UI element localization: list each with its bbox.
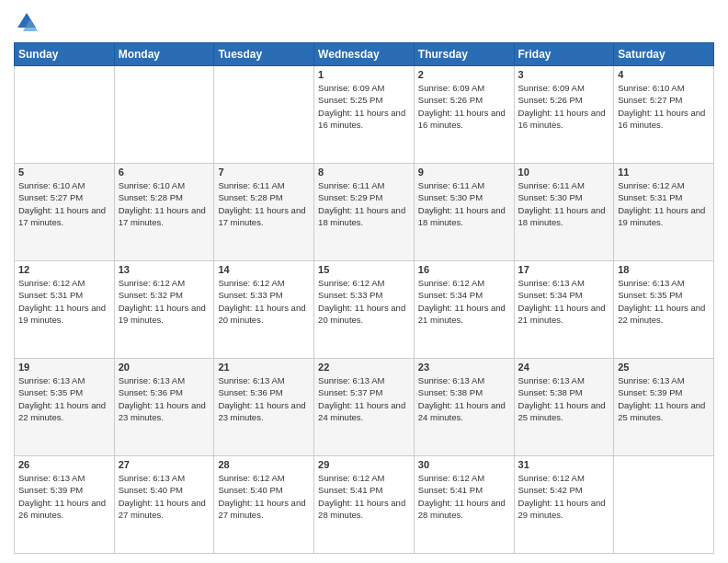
day-number: 4	[618, 69, 710, 80]
day-number: 22	[318, 362, 410, 373]
day-info: Sunrise: 6:10 AM Sunset: 5:27 PM Dayligh…	[18, 179, 110, 228]
day-number: 12	[18, 264, 110, 275]
day-info: Sunrise: 6:10 AM Sunset: 5:27 PM Dayligh…	[618, 82, 710, 131]
day-number: 11	[618, 167, 710, 178]
calendar-cell: 7Sunrise: 6:11 AM Sunset: 5:28 PM Daylig…	[214, 164, 314, 261]
day-number: 10	[518, 167, 610, 178]
day-info: Sunrise: 6:11 AM Sunset: 5:28 PM Dayligh…	[218, 179, 310, 228]
day-info: Sunrise: 6:09 AM Sunset: 5:26 PM Dayligh…	[418, 82, 510, 131]
day-info: Sunrise: 6:13 AM Sunset: 5:36 PM Dayligh…	[119, 374, 210, 423]
calendar-week-row: 26Sunrise: 6:13 AM Sunset: 5:39 PM Dayli…	[15, 456, 714, 554]
calendar-cell: 31Sunrise: 6:12 AM Sunset: 5:42 PM Dayli…	[514, 456, 614, 554]
day-info: Sunrise: 6:12 AM Sunset: 5:31 PM Dayligh…	[618, 179, 710, 228]
weekday-header: Saturday	[614, 43, 714, 66]
day-number: 5	[18, 167, 110, 178]
day-number: 20	[119, 362, 210, 373]
calendar-cell: 5Sunrise: 6:10 AM Sunset: 5:27 PM Daylig…	[15, 164, 115, 261]
weekday-header: Thursday	[414, 43, 514, 66]
calendar-cell: 12Sunrise: 6:12 AM Sunset: 5:31 PM Dayli…	[15, 261, 115, 359]
calendar-cell: 18Sunrise: 6:13 AM Sunset: 5:35 PM Dayli…	[614, 261, 714, 359]
calendar-cell	[114, 66, 214, 164]
calendar-cell: 20Sunrise: 6:13 AM Sunset: 5:36 PM Dayli…	[114, 359, 214, 456]
calendar-cell: 6Sunrise: 6:10 AM Sunset: 5:28 PM Daylig…	[114, 164, 214, 261]
day-number: 26	[18, 459, 110, 470]
calendar-cell	[15, 66, 115, 164]
weekday-header: Friday	[514, 43, 614, 66]
weekday-header: Sunday	[15, 43, 115, 66]
day-number: 21	[218, 362, 310, 373]
calendar-header-row: SundayMondayTuesdayWednesdayThursdayFrid…	[15, 43, 714, 66]
calendar-cell: 21Sunrise: 6:13 AM Sunset: 5:36 PM Dayli…	[214, 359, 314, 456]
calendar-cell: 25Sunrise: 6:13 AM Sunset: 5:39 PM Dayli…	[614, 359, 714, 456]
day-number: 30	[418, 459, 510, 470]
day-info: Sunrise: 6:12 AM Sunset: 5:34 PM Dayligh…	[418, 277, 510, 326]
day-info: Sunrise: 6:12 AM Sunset: 5:42 PM Dayligh…	[518, 472, 610, 521]
day-info: Sunrise: 6:11 AM Sunset: 5:30 PM Dayligh…	[518, 179, 610, 228]
day-info: Sunrise: 6:13 AM Sunset: 5:34 PM Dayligh…	[518, 277, 610, 326]
calendar-cell: 13Sunrise: 6:12 AM Sunset: 5:32 PM Dayli…	[114, 261, 214, 359]
day-number: 25	[618, 362, 710, 373]
day-number: 16	[418, 264, 510, 275]
day-info: Sunrise: 6:13 AM Sunset: 5:35 PM Dayligh…	[618, 277, 710, 326]
day-info: Sunrise: 6:11 AM Sunset: 5:29 PM Dayligh…	[318, 179, 410, 228]
day-number: 2	[418, 69, 510, 80]
logo-icon	[14, 9, 40, 35]
calendar-cell: 10Sunrise: 6:11 AM Sunset: 5:30 PM Dayli…	[514, 164, 614, 261]
calendar-week-row: 5Sunrise: 6:10 AM Sunset: 5:27 PM Daylig…	[15, 164, 714, 261]
calendar-cell: 11Sunrise: 6:12 AM Sunset: 5:31 PM Dayli…	[614, 164, 714, 261]
day-number: 6	[119, 167, 210, 178]
calendar-cell: 16Sunrise: 6:12 AM Sunset: 5:34 PM Dayli…	[414, 261, 514, 359]
day-number: 18	[618, 264, 710, 275]
calendar-cell: 24Sunrise: 6:13 AM Sunset: 5:38 PM Dayli…	[514, 359, 614, 456]
calendar-cell: 26Sunrise: 6:13 AM Sunset: 5:39 PM Dayli…	[15, 456, 115, 554]
calendar-week-row: 12Sunrise: 6:12 AM Sunset: 5:31 PM Dayli…	[15, 261, 714, 359]
day-number: 19	[18, 362, 110, 373]
day-info: Sunrise: 6:12 AM Sunset: 5:41 PM Dayligh…	[318, 472, 410, 521]
day-info: Sunrise: 6:13 AM Sunset: 5:37 PM Dayligh…	[318, 374, 410, 423]
day-info: Sunrise: 6:10 AM Sunset: 5:28 PM Dayligh…	[119, 179, 210, 228]
day-number: 14	[218, 264, 310, 275]
day-info: Sunrise: 6:12 AM Sunset: 5:33 PM Dayligh…	[318, 277, 410, 326]
day-info: Sunrise: 6:12 AM Sunset: 5:31 PM Dayligh…	[18, 277, 110, 326]
calendar-cell: 9Sunrise: 6:11 AM Sunset: 5:30 PM Daylig…	[414, 164, 514, 261]
page: SundayMondayTuesdayWednesdayThursdayFrid…	[0, 0, 728, 563]
day-number: 13	[119, 264, 210, 275]
day-info: Sunrise: 6:12 AM Sunset: 5:40 PM Dayligh…	[218, 472, 310, 521]
calendar-cell: 28Sunrise: 6:12 AM Sunset: 5:40 PM Dayli…	[214, 456, 314, 554]
calendar-week-row: 1Sunrise: 6:09 AM Sunset: 5:25 PM Daylig…	[15, 66, 714, 164]
day-info: Sunrise: 6:12 AM Sunset: 5:32 PM Dayligh…	[119, 277, 210, 326]
day-number: 7	[218, 167, 310, 178]
day-number: 27	[119, 459, 210, 470]
calendar-cell: 1Sunrise: 6:09 AM Sunset: 5:25 PM Daylig…	[314, 66, 415, 164]
day-info: Sunrise: 6:12 AM Sunset: 5:33 PM Dayligh…	[218, 277, 310, 326]
day-info: Sunrise: 6:13 AM Sunset: 5:39 PM Dayligh…	[618, 374, 710, 423]
weekday-header: Tuesday	[214, 43, 314, 66]
calendar-cell: 23Sunrise: 6:13 AM Sunset: 5:38 PM Dayli…	[414, 359, 514, 456]
calendar-cell: 8Sunrise: 6:11 AM Sunset: 5:29 PM Daylig…	[314, 164, 415, 261]
calendar-cell: 15Sunrise: 6:12 AM Sunset: 5:33 PM Dayli…	[314, 261, 415, 359]
day-info: Sunrise: 6:13 AM Sunset: 5:40 PM Dayligh…	[119, 472, 210, 521]
calendar-week-row: 19Sunrise: 6:13 AM Sunset: 5:35 PM Dayli…	[15, 359, 714, 456]
calendar-table: SundayMondayTuesdayWednesdayThursdayFrid…	[14, 42, 714, 554]
calendar-cell: 3Sunrise: 6:09 AM Sunset: 5:26 PM Daylig…	[514, 66, 614, 164]
logo	[14, 9, 43, 35]
day-info: Sunrise: 6:13 AM Sunset: 5:35 PM Dayligh…	[18, 374, 110, 423]
day-info: Sunrise: 6:13 AM Sunset: 5:39 PM Dayligh…	[18, 472, 110, 521]
day-number: 31	[518, 459, 610, 470]
weekday-header: Wednesday	[314, 43, 415, 66]
calendar-cell: 17Sunrise: 6:13 AM Sunset: 5:34 PM Dayli…	[514, 261, 614, 359]
calendar-cell: 4Sunrise: 6:10 AM Sunset: 5:27 PM Daylig…	[614, 66, 714, 164]
calendar-cell	[614, 456, 714, 554]
day-number: 23	[418, 362, 510, 373]
day-info: Sunrise: 6:09 AM Sunset: 5:26 PM Dayligh…	[518, 82, 610, 131]
calendar-cell: 29Sunrise: 6:12 AM Sunset: 5:41 PM Dayli…	[314, 456, 415, 554]
calendar-cell: 27Sunrise: 6:13 AM Sunset: 5:40 PM Dayli…	[114, 456, 214, 554]
calendar-cell: 30Sunrise: 6:12 AM Sunset: 5:41 PM Dayli…	[414, 456, 514, 554]
day-number: 9	[418, 167, 510, 178]
day-info: Sunrise: 6:09 AM Sunset: 5:25 PM Dayligh…	[318, 82, 410, 131]
day-info: Sunrise: 6:11 AM Sunset: 5:30 PM Dayligh…	[418, 179, 510, 228]
day-info: Sunrise: 6:12 AM Sunset: 5:41 PM Dayligh…	[418, 472, 510, 521]
calendar-cell: 19Sunrise: 6:13 AM Sunset: 5:35 PM Dayli…	[15, 359, 115, 456]
day-number: 28	[218, 459, 310, 470]
day-number: 15	[318, 264, 410, 275]
